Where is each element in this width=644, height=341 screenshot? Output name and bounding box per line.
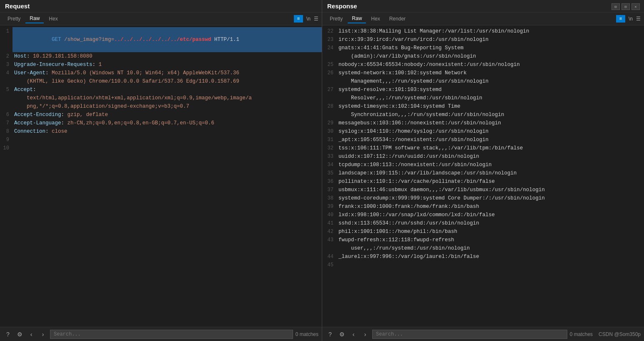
request-line-10: 10 (0, 144, 322, 152)
request-bottom-bar: ? ⚙ ‹ › 0 matches (0, 327, 322, 341)
response-tab-bar: Pretty Raw Hex Render ≡ \n ☰ (322, 13, 644, 25)
response-search-input[interactable] (372, 330, 567, 339)
response-newline-icon[interactable]: \n (629, 16, 633, 22)
win-btn-1[interactable]: ⊟ (611, 3, 620, 10)
response-line-29: 29 messagebus:x:103:106::/nonexistent:/u… (322, 119, 644, 127)
response-content: 22 list:x:38:38:Mailing List Manager:/va… (322, 25, 644, 327)
tab-hex-response[interactable]: Hex (367, 15, 384, 23)
response-title: Response (322, 0, 644, 13)
request-line-6: 6 Accept-Encoding: gzip, deflate (0, 111, 322, 119)
response-back-icon[interactable]: ‹ (349, 330, 358, 339)
request-content: 1 GET /show_image?img=../../../../../../… (0, 25, 322, 327)
tab-pretty-response[interactable]: Pretty (326, 15, 347, 23)
response-line-37: 37 usbmux:x:111:46:usbmux daemon,,,:/var… (322, 186, 644, 194)
request-line-2: 2 Host: 10.129.181.158:8080 (0, 52, 322, 61)
request-help-icon[interactable]: ? (3, 330, 13, 339)
response-line-23: 23 irc:x:39:39:ircd:/var/run/ircd:/usr/s… (322, 35, 644, 44)
response-line-27a: 27 systemd-resolve:x:101:103:systemd (322, 86, 644, 94)
response-line-43a: 43 fwupd-refresh:x:112:118:fwupd-refresh (322, 236, 644, 244)
response-help-icon[interactable]: ? (326, 330, 335, 339)
request-matches: 0 matches (296, 331, 318, 337)
response-panel: Response Pretty Raw Hex Render ≡ \n ☰ 22… (322, 0, 644, 341)
response-line-39: 39 frank:x:1000:1000:frank:/home/frank:/… (322, 202, 644, 211)
request-line-9: 9 (0, 136, 322, 144)
tab-pretty-request[interactable]: Pretty (3, 15, 25, 23)
response-line-26b: Management,,,:/run/systemd:/usr/sbin/nol… (322, 77, 644, 86)
request-line-5a: 5 Accept: (0, 86, 322, 94)
request-back-icon[interactable]: ‹ (27, 330, 36, 339)
tab-raw-request[interactable]: Raw (25, 14, 44, 23)
request-newline-icon[interactable]: \n (306, 16, 311, 22)
request-line-5c: png,*/*;q=0.8,application/signed-exchang… (0, 102, 322, 111)
request-tab-bar: Pretty Raw Hex ≡ \n ☰ (0, 13, 322, 25)
request-menu-icon[interactable]: ☰ (314, 16, 318, 22)
tab-hex-request[interactable]: Hex (45, 15, 62, 23)
response-line-22: 22 list:x:38:38:Mailing List Manager:/va… (322, 27, 644, 35)
response-line-35: 35 landscape:x:109:115::/var/lib/landsca… (322, 169, 644, 177)
request-line-1: 1 GET /show_image?img=../../../../../../… (0, 27, 322, 52)
response-line-45: 45 (322, 261, 644, 269)
request-line-4b: (KHTML, like Gecko) Chrome/110.0.0.0 Saf… (0, 77, 322, 86)
request-format-icon[interactable]: ≡ (294, 15, 303, 23)
response-line-38: 38 systemd-coredump:x:999:999:systemd Co… (322, 194, 644, 202)
response-line-28b: Synchronization,,,:/run/systemd:/usr/sbi… (322, 111, 644, 119)
response-line-32: 32 tss:x:106:111:TPM software stack,,,:/… (322, 144, 644, 152)
request-line-5b: text/html,application/xhtml+xml,applicat… (0, 94, 322, 102)
response-line-44: 44 _laurel:x:997:996::/var/log/laurel:/b… (322, 253, 644, 261)
request-forward-icon[interactable]: › (38, 330, 48, 339)
response-line-31: 31 _apt:x:105:65534::/nonexistent:/usr/s… (322, 136, 644, 144)
win-btn-3[interactable]: ✕ (631, 3, 640, 10)
request-title: Request (0, 0, 322, 13)
request-line-8: 8 Connection: close (0, 127, 322, 136)
tab-render-response[interactable]: Render (385, 15, 410, 23)
response-line-36: 36 pollinate:x:110:1::/var/cache/pollina… (322, 177, 644, 186)
response-line-33: 33 uuidd:x:107:112::/run/uuidd:/usr/sbin… (322, 152, 644, 161)
response-settings-icon[interactable]: ⚙ (337, 330, 346, 339)
response-line-26a: 26 systemd-network:x:100:102:systemd Net… (322, 69, 644, 77)
request-line-4: 4 User-Agent: Mozilla/5.0 (Windows NT 10… (0, 69, 322, 77)
request-search-input[interactable] (50, 330, 293, 339)
response-line-27b: Resolver,,,:/run/systemd:/usr/sbin/nolog… (322, 94, 644, 102)
response-forward-icon[interactable]: › (361, 330, 370, 339)
response-line-41: 41 sshd:x:113:65534::/run/sshd:/usr/sbin… (322, 219, 644, 227)
request-panel: Request Pretty Raw Hex ≡ \n ☰ 1 GET /sho… (0, 0, 322, 341)
tab-raw-response[interactable]: Raw (348, 14, 366, 23)
response-line-34: 34 tcpdump:x:108:113::/nonexistent:/usr/… (322, 161, 644, 169)
request-line-3: 3 Upgrade-Insecure-Requests: 1 (0, 61, 322, 69)
win-btn-2[interactable]: ⊡ (621, 3, 630, 10)
response-line-42: 42 phil:x:1001:1001::/home/phil:/bin/bas… (322, 227, 644, 236)
response-menu-icon[interactable]: ☰ (636, 16, 641, 22)
request-line-7: 7 Accept-Language: zh-CN,zh;q=0.9,en;q=0… (0, 119, 322, 127)
response-line-24a: 24 gnats:x:41:41:Gnats Bug-Reporting Sys… (322, 44, 644, 52)
response-watermark: CSDN @Som350p (599, 331, 641, 337)
response-format-icon[interactable]: ≡ (616, 15, 625, 23)
window-controls: ⊟ ⊡ ✕ (611, 3, 640, 10)
response-line-24b: (admin):/var/lib/gnats:/usr/sbin/nologin (322, 52, 644, 61)
response-line-25: 25 nobody:x:65534:65534:nobody:/nonexist… (322, 61, 644, 69)
response-line-43b: user,,,:/run/systemd:/usr/sbin/nologin (322, 244, 644, 253)
response-line-40: 40 lxd:x:998:100::/var/snap/lxd/common/l… (322, 211, 644, 219)
response-matches: 0 matches (570, 331, 593, 337)
response-line-30: 30 syslog:x:104:110::/home/syslog:/usr/s… (322, 127, 644, 136)
response-bottom-bar: ? ⚙ ‹ › 0 matches CSDN @Som350p (322, 327, 644, 341)
request-settings-icon[interactable]: ⚙ (15, 330, 24, 339)
response-line-28a: 28 systemd-timesync:x:102:104:systemd Ti… (322, 102, 644, 111)
